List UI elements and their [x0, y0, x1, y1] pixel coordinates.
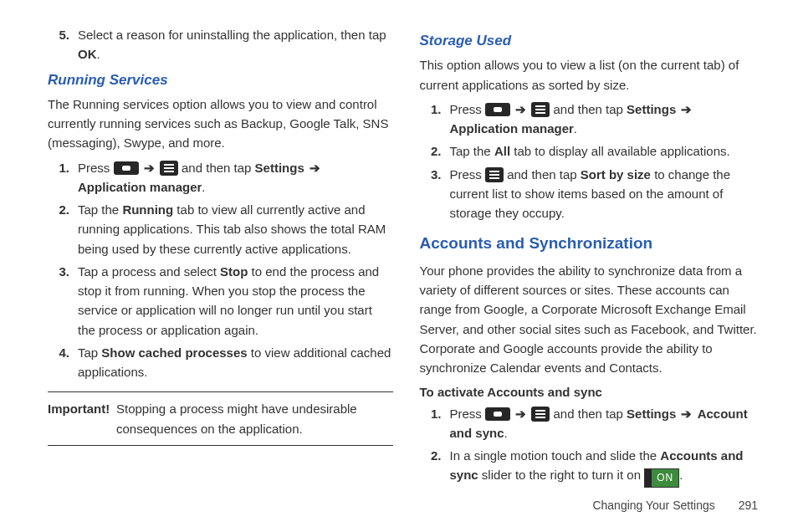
step-number: 1. [427, 404, 450, 443]
page-footer: Changing Your Settings 291 [592, 499, 758, 512]
text: slider to the right to turn it on [478, 468, 644, 482]
list-item: 2. Tap the All tab to display all availa… [427, 141, 765, 161]
list-item: 1. Press ➔ and then tap Settings ➔ Accou… [427, 404, 765, 443]
heading-running-services: Running Services [48, 69, 393, 91]
step-number: 4. [54, 343, 78, 382]
menu-icon [531, 407, 550, 422]
text: Tap the [450, 144, 494, 158]
important-note: Important! Stopping a process might have… [48, 391, 393, 446]
important-label: Important! [48, 399, 116, 438]
step-body: Tap the Running tab to view all currentl… [78, 200, 393, 258]
text: Press [450, 102, 486, 116]
arrow-icon: ➔ [514, 407, 528, 421]
list-item: 1. Press ➔ and then tap Settings ➔ Appli… [427, 100, 765, 139]
arrow-icon: ➔ [679, 102, 693, 116]
home-icon [114, 161, 139, 175]
text: . [504, 426, 508, 440]
paragraph: This option allows you to view a list (o… [420, 55, 765, 95]
step-body: Press and then tap Sort by size to chang… [450, 165, 765, 223]
list-item: 3. Press and then tap Sort by size to ch… [427, 165, 765, 223]
heading-accounts-sync: Accounts and Synchronization [420, 231, 765, 255]
arrow-icon: ➔ [514, 102, 528, 116]
important-text: Stopping a process might have undesirabl… [116, 399, 393, 438]
step-body: Tap Show cached processes to view additi… [78, 343, 393, 382]
text: and then tap [507, 167, 581, 182]
menu-icon [485, 167, 504, 182]
list-item: 2. Tap the Running tab to view all curre… [54, 200, 393, 258]
arrow-icon: ➔ [142, 161, 156, 175]
bold-text: OK [78, 47, 97, 61]
step-body: Tap a process and select Stop to end the… [78, 262, 393, 340]
bold-text: Show cached processes [101, 345, 247, 360]
list-item: 1. Press ➔ and then tap Settings ➔ Appli… [54, 158, 393, 197]
heading-storage-used: Storage Used [420, 30, 765, 52]
step-number: 2. [427, 446, 450, 488]
text: Select a reason for uninstalling the app… [78, 28, 386, 42]
page-columns: 5. Select a reason for uninstalling the … [54, 25, 765, 491]
list-item: 3. Tap a process and select Stop to end … [54, 262, 393, 340]
step-number: 2. [54, 200, 78, 258]
bold-text: Settings [627, 407, 676, 421]
footer-section: Changing Your Settings [592, 499, 714, 512]
menu-icon [160, 161, 178, 176]
step-number: 1. [427, 100, 450, 139]
step-number: 1. [54, 158, 78, 197]
text: Tap a process and select [78, 264, 220, 279]
arrow-icon: ➔ [679, 407, 693, 421]
on-toggle-icon: ON [644, 468, 679, 488]
text: Tap [78, 345, 101, 360]
step-body: Press ➔ and then tap Settings ➔ Account … [450, 404, 765, 443]
text: . [97, 47, 100, 61]
step-number: 3. [54, 262, 78, 340]
text: . [679, 468, 683, 482]
text: and then tap [554, 102, 627, 116]
right-column: Storage Used This option allows you to v… [427, 25, 765, 491]
text: tab to display all available application… [510, 144, 730, 158]
text: . [202, 180, 205, 194]
bold-text: Stop [220, 264, 248, 279]
list-item: 4. Tap Show cached processes to view add… [54, 343, 393, 382]
sub-heading: To activate Accounts and sync [420, 382, 765, 402]
paragraph: Your phone provides the ability to synch… [420, 261, 765, 378]
step-number: 3. [427, 165, 450, 223]
home-icon [485, 407, 510, 421]
list-item: 5. Select a reason for uninstalling the … [54, 25, 393, 64]
step-body: Tap the All tab to display all available… [450, 141, 765, 161]
text: . [574, 121, 577, 136]
bold-text: Application manager [450, 121, 574, 136]
step-number: 5. [54, 25, 78, 64]
bold-text: Settings [627, 102, 676, 116]
left-column: 5. Select a reason for uninstalling the … [54, 25, 393, 491]
bold-text: Application manager [78, 180, 202, 194]
text: Tap the [78, 202, 122, 217]
text: and then tap [554, 407, 627, 421]
paragraph: The Running services option allows you t… [48, 95, 393, 153]
page-number: 291 [739, 499, 758, 512]
bold-text: All [494, 144, 510, 158]
menu-icon [531, 102, 550, 117]
bold-text: Sort by size [581, 167, 651, 182]
step-body: Press ➔ and then tap Settings ➔ Applicat… [450, 100, 765, 139]
text: Press [78, 161, 114, 175]
arrow-icon: ➔ [308, 161, 322, 175]
step-body: Select a reason for uninstalling the app… [78, 25, 393, 64]
step-number: 2. [427, 141, 450, 161]
bold-text: Settings [255, 161, 304, 175]
text: Press [450, 167, 486, 182]
text: Press [450, 407, 486, 421]
step-body: In a single motion touch and slide the A… [450, 446, 765, 488]
text: In a single motion touch and slide the [450, 448, 661, 463]
bold-text: Running [122, 202, 173, 217]
list-item: 2. In a single motion touch and slide th… [427, 446, 765, 488]
text: and then tap [182, 161, 255, 175]
step-body: Press ➔ and then tap Settings ➔ Applicat… [78, 158, 393, 197]
home-icon [485, 103, 510, 116]
